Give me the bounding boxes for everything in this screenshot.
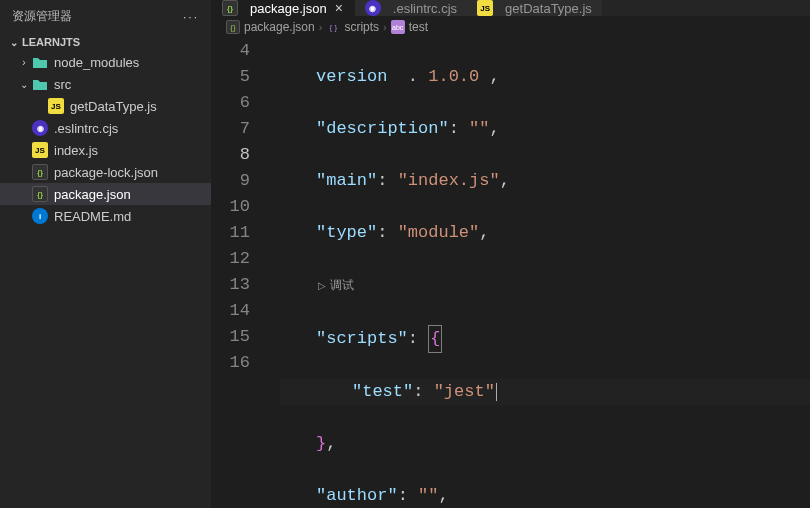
json-value: "" xyxy=(469,119,489,138)
json-value: "jest" xyxy=(434,382,495,401)
chevron-icon: ⌄ xyxy=(18,79,30,90)
json-key: "author" xyxy=(316,486,398,505)
line-number: 4 xyxy=(212,38,250,64)
tree-label: getDataType.js xyxy=(70,99,157,114)
sidebar-more-icon[interactable]: ··· xyxy=(183,10,199,24)
line-number: 11 xyxy=(212,220,250,246)
tree-label: .eslintrc.cjs xyxy=(54,121,118,136)
folder-icon xyxy=(32,77,48,91)
info-icon: i xyxy=(32,208,48,224)
explorer-sidebar: 资源管理器 ··· ⌄ LEARNJTS ›node_modules⌄srcJS… xyxy=(0,0,212,508)
line-number: 13 xyxy=(212,272,250,298)
json-key: "test" xyxy=(352,382,413,401)
tree-folder[interactable]: ›node_modules xyxy=(0,51,211,73)
line-number: 14 xyxy=(212,298,250,324)
json-key: "description" xyxy=(316,119,449,138)
line-number: 8 xyxy=(212,142,250,168)
line-number: 5 xyxy=(212,64,250,90)
folder-root[interactable]: ⌄ LEARNJTS xyxy=(0,33,211,51)
tree-label: README.md xyxy=(54,209,131,224)
json-key: "scripts" xyxy=(316,329,408,348)
close-icon[interactable]: × xyxy=(333,0,345,16)
braces-icon: { } xyxy=(326,20,340,34)
sidebar-title: 资源管理器 xyxy=(12,8,72,25)
js-icon: JS xyxy=(477,0,493,16)
tree-label: node_modules xyxy=(54,55,139,70)
chevron-icon: › xyxy=(18,57,30,68)
folder-icon xyxy=(32,55,48,69)
code-content[interactable]: version . 1.0.0 , "description": "", "ma… xyxy=(272,38,810,508)
line-number: 15 xyxy=(212,324,250,350)
line-number: 16 xyxy=(212,350,250,376)
eslint-icon: ◉ xyxy=(32,120,48,136)
breadcrumb-leaf[interactable]: test xyxy=(409,20,428,34)
tab-label: getDataType.js xyxy=(505,1,592,16)
line-number: 6 xyxy=(212,90,250,116)
root-label: LEARNJTS xyxy=(22,36,80,48)
abc-icon: abc xyxy=(391,20,405,34)
js-icon: JS xyxy=(32,142,48,158)
tab-bar: {}package.json×◉.eslintrc.cjsJSgetDataTy… xyxy=(212,0,810,16)
json-icon: {} xyxy=(32,164,48,180)
editor-tab[interactable]: {}package.json× xyxy=(212,0,355,16)
tab-label: package.json xyxy=(250,1,327,16)
chevron-right-icon: › xyxy=(319,21,323,33)
json-key: "type" xyxy=(316,223,377,242)
tree-label: src xyxy=(54,77,71,92)
chevron-down-icon: ⌄ xyxy=(8,37,20,48)
line-number: 12 xyxy=(212,246,250,272)
tree-label: package-lock.json xyxy=(54,165,158,180)
file-tree: ›node_modules⌄srcJSgetDataType.js◉.eslin… xyxy=(0,51,211,227)
line-number: 10 xyxy=(212,194,250,220)
tree-label: index.js xyxy=(54,143,98,158)
code-editor[interactable]: 45678910111213141516 version . 1.0.0 , "… xyxy=(212,38,810,508)
json-icon: {} xyxy=(32,186,48,202)
eslint-icon: ◉ xyxy=(365,0,381,16)
tree-label: package.json xyxy=(54,187,131,202)
tree-file[interactable]: {}package.json xyxy=(0,183,211,205)
js-icon: JS xyxy=(48,98,64,114)
breadcrumb-file[interactable]: package.json xyxy=(244,20,315,34)
tree-file[interactable]: JSgetDataType.js xyxy=(0,95,211,117)
chevron-right-icon: › xyxy=(383,21,387,33)
tree-file[interactable]: iREADME.md xyxy=(0,205,211,227)
json-value: "index.js" xyxy=(398,171,500,190)
tab-label: .eslintrc.cjs xyxy=(393,1,457,16)
breadcrumb[interactable]: {} package.json › { } scripts › abc test xyxy=(212,16,810,38)
line-number: 9 xyxy=(212,168,250,194)
json-value: "module" xyxy=(398,223,480,242)
tree-file[interactable]: {}package-lock.json xyxy=(0,161,211,183)
json-icon: {} xyxy=(226,20,240,34)
json-icon: {} xyxy=(222,0,238,16)
line-number: 7 xyxy=(212,116,250,142)
editor-tab[interactable]: ◉.eslintrc.cjs xyxy=(355,0,467,16)
tree-file[interactable]: JSindex.js xyxy=(0,139,211,161)
line-gutter: 45678910111213141516 xyxy=(212,38,272,508)
json-value: "" xyxy=(418,486,438,505)
breadcrumb-section[interactable]: scripts xyxy=(344,20,379,34)
text-cursor xyxy=(496,383,497,401)
tree-folder[interactable]: ⌄src xyxy=(0,73,211,95)
editor-area: {}package.json×◉.eslintrc.cjsJSgetDataTy… xyxy=(212,0,810,508)
editor-tab[interactable]: JSgetDataType.js xyxy=(467,0,602,16)
sidebar-header: 资源管理器 ··· xyxy=(0,0,211,33)
json-key: "main" xyxy=(316,171,377,190)
tree-file[interactable]: ◉.eslintrc.cjs xyxy=(0,117,211,139)
play-icon[interactable]: ▷ xyxy=(318,280,326,291)
codelens-debug[interactable]: 调试 xyxy=(330,278,354,292)
